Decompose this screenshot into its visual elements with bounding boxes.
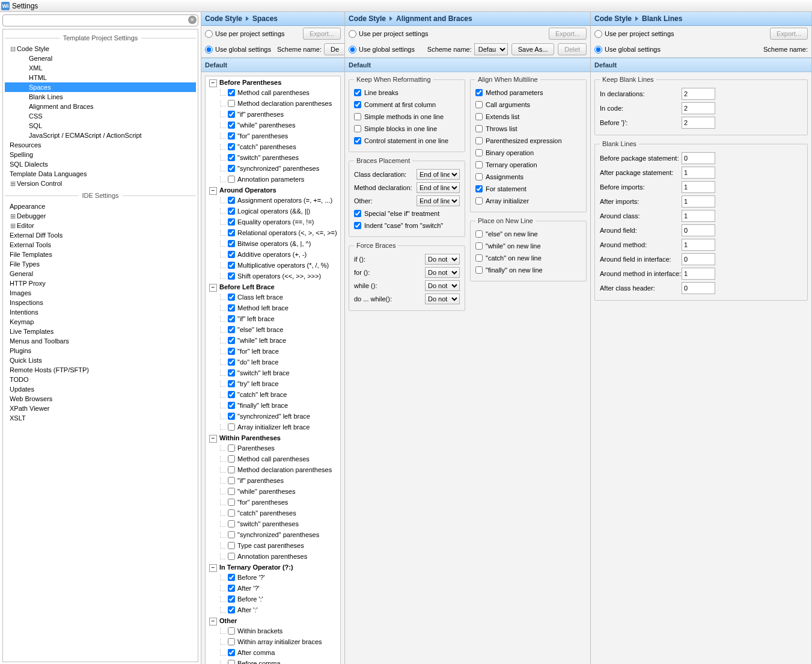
tree-checkbox-item[interactable]: Parentheses [207,443,339,454]
nav-item[interactable]: File Templates [5,250,196,259]
tree-checkbox-item[interactable]: "catch" parentheses [207,508,339,519]
checkbox[interactable] [354,125,361,132]
nav-item[interactable]: JavaScript / ECMAScript / ActionScript [5,131,196,140]
radio-use-global[interactable]: Use global settings [349,46,415,54]
nav-item[interactable]: ⊞Editor [5,221,196,230]
number-input[interactable] [682,102,715,114]
checkbox[interactable] [228,100,235,107]
checkbox-row[interactable]: "else" on new line [475,228,581,240]
nav-item[interactable]: Updates [5,384,196,394]
number-input[interactable] [682,268,715,280]
checkbox[interactable] [228,455,235,463]
nav-item[interactable]: Spaces [5,82,196,92]
nav-item[interactable]: Remote Hosts (FTP/SFTP) [5,365,196,375]
tree-checkbox-item[interactable]: Bitwise operators (&, |, ^) [207,239,339,250]
tree-group-title[interactable]: −In Ternary Operator (?:) [207,562,339,573]
tree-checkbox-item[interactable]: Logical operators (&&, ||) [207,206,339,217]
combo-select[interactable]: Do not force [425,267,460,278]
nav-item[interactable]: Keymap [5,317,196,327]
tree-checkbox-item[interactable]: "synchronized" left brace [207,411,339,422]
checkbox[interactable] [228,197,235,204]
checkbox[interactable] [228,272,235,280]
nav-item[interactable]: Alignment and Braces [5,102,196,111]
checkbox[interactable] [228,520,235,527]
export-button[interactable]: Export... [549,28,587,40]
checkbox[interactable] [228,477,235,484]
number-input[interactable] [682,117,715,129]
checkbox[interactable] [354,89,361,96]
expander-minus-icon[interactable]: − [209,435,217,443]
tree-checkbox-item[interactable]: Method call parentheses [207,454,339,465]
search-input[interactable] [2,14,198,26]
number-input[interactable] [682,282,715,294]
tree-checkbox-item[interactable]: "for" left brace [207,346,339,357]
tree-checkbox-item[interactable]: Equality operators (==, !=) [207,217,339,228]
checkbox[interactable] [228,369,235,377]
tree-checkbox-item[interactable]: Before comma [207,659,339,664]
checkbox-row[interactable]: Line breaks [354,87,460,99]
checkbox[interactable] [228,553,235,560]
tree-checkbox-item[interactable]: Method declaration parentheses [207,465,339,476]
tree-checkbox-item[interactable]: Method left brace [207,303,339,314]
number-input[interactable] [682,239,715,251]
tree-checkbox-item[interactable]: Annotation parentheses [207,552,339,562]
tree-checkbox-item[interactable]: Within brackets [207,626,339,637]
number-input[interactable] [682,224,715,236]
nav-item[interactable]: ⊞Debugger [5,211,196,221]
checkbox[interactable] [475,173,483,180]
tree-checkbox-item[interactable]: Method call parentheses [207,88,339,99]
checkbox[interactable] [228,499,235,506]
tree-checkbox-item[interactable]: "switch" parentheses [207,153,339,164]
checkbox[interactable] [475,254,483,262]
nav-item[interactable]: Intentions [5,307,196,317]
checkbox-row[interactable]: "finally" on new line [475,264,581,276]
radio-use-global[interactable]: Use global settings [594,46,661,54]
checkbox[interactable] [228,660,235,664]
checkbox[interactable] [228,627,235,635]
nav-item[interactable]: Menus and Toolbars [5,336,196,346]
checkbox[interactable] [475,242,483,250]
checkbox-row[interactable]: Ternary operation [475,159,581,171]
checkbox[interactable] [475,197,483,204]
checkbox[interactable] [228,595,235,603]
tree-checkbox-item[interactable]: Type cast parentheses [207,541,339,552]
tree-checkbox-item[interactable]: Relational operators (<, >, <=, >=) [207,228,339,239]
checkbox[interactable] [354,113,361,120]
tree-checkbox-item[interactable]: "if" parentheses [207,476,339,487]
settings-tree[interactable]: Template Project Settings ⊟Code Style Ge… [2,29,198,662]
checkbox[interactable] [228,444,235,452]
nav-item[interactable]: Quick Lists [5,355,196,365]
nav-item[interactable]: General [5,269,196,278]
checkbox[interactable] [228,132,235,140]
checkbox[interactable] [354,222,361,229]
number-input[interactable] [682,152,715,164]
scheme-button[interactable]: De [324,43,344,55]
number-input[interactable] [682,195,715,208]
combo-select[interactable]: End of line [417,169,460,180]
expander-minus-icon[interactable]: − [209,284,217,292]
tree-checkbox-item[interactable]: "synchronized" parentheses [207,530,339,541]
tree-checkbox-item[interactable]: "synchronized" parentheses [207,164,339,174]
tree-checkbox-item[interactable]: "if" left brace [207,314,339,325]
tree-checkbox-item[interactable]: "for" parentheses [207,131,339,142]
tree-group-title[interactable]: −Other [207,616,339,626]
nav-item[interactable]: Resources [5,140,196,150]
checkbox[interactable] [228,606,235,613]
checkbox-row[interactable]: Simple blocks in one line [354,123,460,135]
combo-select[interactable]: Do not force [425,294,460,304]
breadcrumb-root[interactable]: Code Style [594,14,632,23]
expander-minus-icon[interactable]: − [209,187,217,195]
tree-checkbox-item[interactable]: "catch" left brace [207,390,339,401]
checkbox[interactable] [475,125,483,132]
tree-checkbox-item[interactable]: Assignment operators (=, +=, ...) [207,195,339,206]
nav-item[interactable]: CSS [5,111,196,121]
checkbox[interactable] [228,208,235,215]
save-as-button[interactable]: Save As... [511,43,555,55]
checkbox-row[interactable]: Binary operation [475,147,581,159]
checkbox[interactable] [228,251,235,258]
nav-item[interactable]: Template Data Languages [5,169,196,179]
checkbox-row[interactable]: Control statement in one line [354,135,460,147]
tree-checkbox-item[interactable]: "else" left brace [207,325,339,336]
checkbox-row[interactable]: Simple methods in one line [354,111,460,123]
checkbox[interactable] [228,380,235,387]
